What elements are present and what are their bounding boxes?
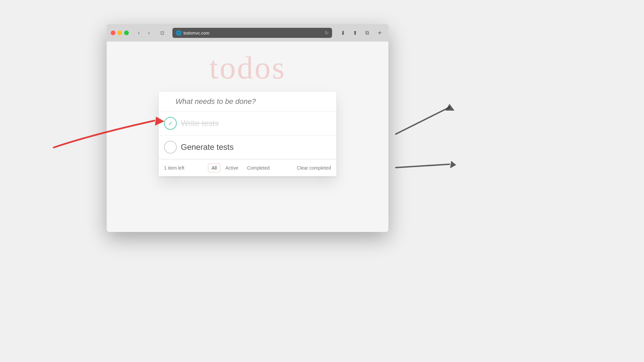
filter-completed-button[interactable]: Completed bbox=[243, 164, 273, 172]
forward-button[interactable]: › bbox=[144, 28, 154, 38]
todo-checkbox-1[interactable]: ✓ bbox=[164, 117, 177, 130]
share-button[interactable]: ⬆ bbox=[350, 27, 360, 38]
back-button[interactable]: ‹ bbox=[134, 28, 144, 38]
duplicate-button[interactable]: ⧉ bbox=[362, 27, 372, 38]
todo-item-1: ✓ Write tests bbox=[159, 112, 336, 135]
new-tab-button[interactable]: + bbox=[375, 28, 384, 38]
filter-active-button[interactable]: Active bbox=[222, 164, 242, 172]
address-bar[interactable]: 🌐 todomvc.com ↻ bbox=[172, 28, 332, 38]
todo-text-1: Write tests bbox=[181, 119, 219, 128]
maximize-button[interactable] bbox=[124, 31, 129, 35]
todo-list: ✓ Write tests Generate tests bbox=[159, 112, 336, 159]
download-button[interactable]: ⬇ bbox=[337, 27, 348, 38]
close-button[interactable] bbox=[111, 31, 115, 35]
clear-completed-button[interactable]: Clear completed bbox=[297, 165, 331, 171]
checkmark-icon: ✓ bbox=[168, 120, 173, 127]
url-text: todomvc.com bbox=[183, 31, 323, 36]
svg-marker-1 bbox=[445, 104, 454, 111]
minimize-button[interactable] bbox=[117, 31, 122, 35]
svg-marker-2 bbox=[450, 161, 456, 168]
traffic-lights bbox=[111, 31, 129, 35]
new-todo-input[interactable] bbox=[175, 97, 331, 106]
nav-buttons: ‹ › bbox=[134, 28, 154, 38]
browser-window: ‹ › ⊡ 🌐 todomvc.com ↻ ⬇ ⬆ ⧉ + todos bbox=[107, 24, 388, 232]
todo-text-2: Generate tests bbox=[181, 142, 233, 152]
filters: All Active Completed bbox=[208, 164, 273, 172]
new-todo-container bbox=[159, 92, 336, 112]
dark-arrow-2-annotation bbox=[396, 161, 456, 168]
title-bar: ‹ › ⊡ 🌐 todomvc.com ↻ ⬇ ⬆ ⧉ + bbox=[107, 24, 388, 42]
tab-toggle-button[interactable]: ⊡ bbox=[158, 28, 167, 38]
page-content: todos ✓ Write tests Generate tests bbox=[107, 42, 388, 232]
items-left: 1 item left bbox=[164, 165, 184, 171]
globe-icon: 🌐 bbox=[176, 30, 181, 36]
todo-item-2: Generate tests bbox=[159, 135, 336, 159]
page-heading: todos bbox=[107, 42, 388, 84]
todo-app: ✓ Write tests Generate tests 1 item left… bbox=[159, 92, 336, 176]
reload-button[interactable]: ↻ bbox=[325, 30, 329, 36]
filter-all-button[interactable]: All bbox=[208, 164, 221, 172]
todo-footer: 1 item left All Active Completed Clear c… bbox=[159, 159, 336, 176]
todo-checkbox-2[interactable] bbox=[164, 141, 177, 154]
dark-arrow-1-annotation bbox=[396, 104, 454, 134]
toolbar-right: ⬇ ⬆ ⧉ bbox=[337, 27, 372, 38]
